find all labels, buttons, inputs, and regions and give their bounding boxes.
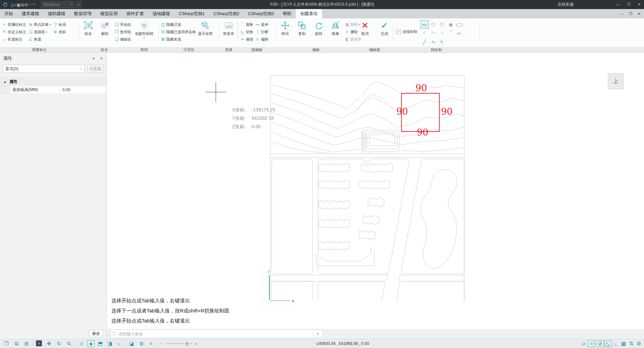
snap-setting-icon[interactable]: ◺ xyxy=(604,340,612,347)
visibility-button[interactable]: ⊠ 隐藏未选 xyxy=(160,36,197,43)
workspace-combo[interactable]: BIMBase ▾ xyxy=(41,1,74,8)
group-tool-button[interactable]: ❐ 暂停组 xyxy=(113,28,132,36)
display-mode-icon[interactable]: ■ xyxy=(115,340,123,347)
property-value[interactable]: 0.00 xyxy=(60,88,70,92)
group-tool-button[interactable]: ❑ 编辑组 xyxy=(113,36,132,43)
zoom-in-icon[interactable]: + xyxy=(195,341,198,346)
command-input[interactable] xyxy=(118,331,313,337)
view-tool-icon[interactable]: ≣ xyxy=(138,340,145,347)
online-service-link[interactable]: 在线客服 xyxy=(557,2,574,7)
line-edit-button[interactable]: ◺ 切角 xyxy=(239,28,254,36)
ribbon-button[interactable]: ∠ 角度 xyxy=(27,36,52,43)
group-tool-button[interactable]: ❏ 开始组 xyxy=(113,21,132,28)
ribbon-button[interactable]: ❏ 选择面 ▾ xyxy=(27,28,52,36)
snap-caret-icon[interactable]: ^ xyxy=(594,342,595,345)
window-layout-icon[interactable]: ⊞ xyxy=(23,340,30,347)
zoom-slider-track[interactable] xyxy=(166,343,193,344)
zoom-slider-handle[interactable] xyxy=(186,342,187,346)
visibility-button[interactable]: ⊟ 隐藏已选同类实体 xyxy=(160,28,197,36)
minimize-button[interactable]: — xyxy=(616,2,620,7)
drawing-viewport[interactable]: 90 90 90 90 Y Z ✕ X坐标: -139179.25 Y坐标: 5… xyxy=(107,53,644,329)
line-edit-button[interactable]: ✂ 修剪 xyxy=(239,36,254,43)
line-edit-button[interactable]: ↦ 延伸 xyxy=(254,21,269,28)
quick-access-menu-button[interactable]: ▾ xyxy=(76,1,82,8)
draw-shape-button[interactable]: ▭ xyxy=(420,20,429,29)
draw-shape-button[interactable]: ⬡ xyxy=(438,20,446,29)
draw-shape-button[interactable]: ◉ xyxy=(446,20,455,29)
doc-close-button[interactable]: ✕ xyxy=(638,12,641,16)
ribbon-tab[interactable]: 创建基坑 xyxy=(296,9,322,18)
titlebar-tool-icon[interactable]: ▣ xyxy=(16,2,20,7)
view-nav-icon[interactable]: ✥ xyxy=(45,340,53,347)
window-layout-icon[interactable]: ❒ xyxy=(3,340,10,347)
display-mode-icon[interactable]: ◨ xyxy=(106,340,113,347)
ribbon-button[interactable]: ⊕ 坐标 xyxy=(52,28,67,36)
draw-shape-button[interactable]: ∿ xyxy=(429,38,437,46)
ribbon-tab[interactable]: CSharp范例2 xyxy=(209,9,244,18)
view-nav-icon[interactable]: ⚲ xyxy=(64,339,74,348)
ribbon-tab[interactable]: 开始 xyxy=(0,9,17,18)
cancel-button[interactable]: ✕ 取消 xyxy=(358,18,372,47)
material-library-button[interactable]: 材质库 xyxy=(221,18,236,47)
draw-shape-button[interactable]: ◜ xyxy=(420,29,429,37)
draw-shape-button[interactable]: ◯ xyxy=(455,20,464,29)
display-mode-icon[interactable]: ◈ xyxy=(87,340,95,347)
draw-shape-button[interactable]: ↖ xyxy=(438,38,446,46)
line-edit-button[interactable]: ⌒ 圆角 xyxy=(239,21,254,28)
ribbon-button[interactable]: ⇆ 两点距离 ▾ xyxy=(27,21,52,28)
view-nav-icon[interactable]: ＋ xyxy=(36,340,42,346)
doc-restore-button[interactable]: ❐ xyxy=(629,12,632,16)
continuous-draw-checkbox[interactable]: ✓ 连续绘制 xyxy=(396,29,417,34)
zoom-slider[interactable]: − + xyxy=(160,341,198,346)
restore-button[interactable]: ❐ xyxy=(627,2,630,7)
doc-minimize-button[interactable]: — xyxy=(620,12,624,16)
collapse-chevron-icon[interactable]: ∧ xyxy=(313,330,322,338)
ribbon-tab[interactable]: CSharp范例1 xyxy=(174,9,209,18)
ribbon-button[interactable]: ▽ 标高 xyxy=(52,21,67,28)
rotate-button[interactable]: 旋转 xyxy=(311,18,326,47)
modify-button[interactable]: 修改 xyxy=(89,330,103,337)
section-box-button[interactable]: 创建剖面框 ▾ xyxy=(135,18,154,47)
show-all-button[interactable]: 显示全部 xyxy=(198,18,213,47)
command-input-bar[interactable]: ∧ xyxy=(111,330,323,338)
snap-setting-icon[interactable]: ⊘ xyxy=(597,340,604,347)
ribbon-tab[interactable]: CSharp范例3 xyxy=(244,9,278,18)
line-edit-button[interactable]: ┆ 打断 xyxy=(254,28,269,36)
zoom-out-icon[interactable]: − xyxy=(160,341,163,346)
display-mode-icon[interactable]: ⬒ xyxy=(97,340,104,347)
snap-setting-icon[interactable]: ⇅ xyxy=(628,340,635,347)
ribbon-tab[interactable]: 插件扩展 xyxy=(122,9,148,18)
view-nav-icon[interactable]: ↻ xyxy=(55,340,63,347)
ribbon-button[interactable]: ⌗ 按属性标注 xyxy=(1,21,27,28)
snap-setting-icon[interactable]: ⚙ xyxy=(635,340,643,347)
finish-button[interactable]: ✓ 完成 xyxy=(377,18,392,47)
schematic-button[interactable]: 示意图 xyxy=(87,65,104,73)
draw-shape-button[interactable]: ◝ xyxy=(438,29,446,37)
titlebar-tool-icon[interactable]: ⚙ xyxy=(24,2,28,7)
ribbon-tab[interactable]: 场地建模 xyxy=(148,9,174,18)
panel-close-icon[interactable]: ✕ xyxy=(100,56,103,61)
close-button[interactable]: ✕ xyxy=(638,2,641,7)
snap-setting-icon[interactable]: ∟ xyxy=(612,340,620,347)
display-mode-icon[interactable]: ◇ xyxy=(78,340,85,347)
draw-shape-button[interactable]: ╱ xyxy=(420,38,429,46)
titlebar-tool-icon[interactable]: ↶ xyxy=(28,2,32,7)
ribbon-button[interactable]: ✎ 自定义标注 xyxy=(1,28,27,36)
snap-setting-icon[interactable]: ▦ xyxy=(620,340,627,347)
draw-shape-button[interactable]: ⬠ xyxy=(429,20,437,29)
draw-shape-button[interactable]: ◠ xyxy=(429,29,437,37)
copy-button[interactable]: 复制 xyxy=(294,18,309,47)
draw-shape-button[interactable]: ↜ xyxy=(455,29,464,37)
panel-collapse-icon[interactable]: ▾ xyxy=(93,56,95,61)
drag-grip-icon[interactable] xyxy=(113,332,115,336)
entity-type-select[interactable]: 基坑(0) ▾ xyxy=(3,65,85,73)
view-up-button[interactable]: 上 xyxy=(608,73,624,89)
line-edit-button[interactable]: ⊂ 偏移 xyxy=(254,36,269,43)
titlebar-tool-icon[interactable]: ⊞ xyxy=(20,2,24,7)
ribbon-button[interactable]: ↔ 长度标注 xyxy=(1,36,27,43)
draw-shape-button[interactable]: ⌒ xyxy=(446,29,455,37)
ribbon-tab[interactable]: 数据管理 xyxy=(70,9,96,18)
ribbon-tab[interactable]: 辅助建模 xyxy=(44,9,70,18)
window-layout-icon[interactable]: ⧉ xyxy=(13,340,20,347)
mirror-button[interactable]: 镜像 xyxy=(328,18,343,47)
